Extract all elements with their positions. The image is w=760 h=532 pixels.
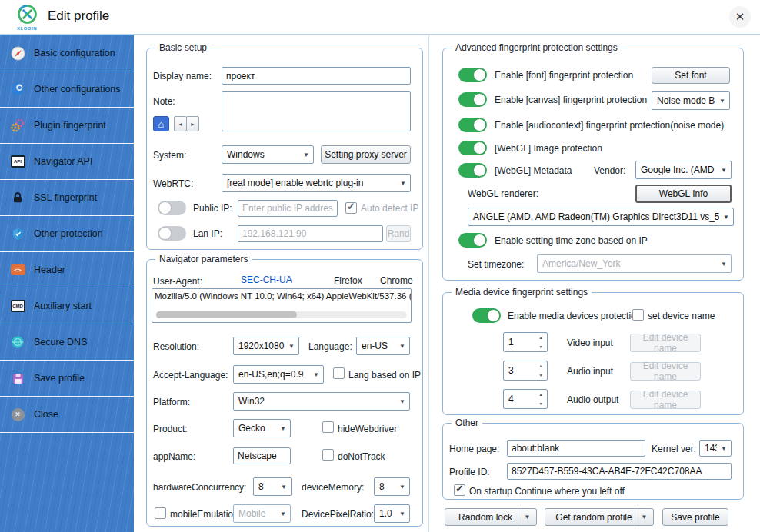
public-ip-input[interactable]	[238, 200, 338, 217]
audio-output-stepper[interactable]: 4 ▲▼	[503, 389, 548, 409]
timezone-by-ip-toggle[interactable]	[458, 233, 487, 248]
webgl-info-button[interactable]: WebGL Info	[635, 185, 732, 203]
panel-divider	[428, 35, 429, 532]
platform-select[interactable]: Win32▼	[233, 392, 410, 411]
webgl-renderer-select[interactable]: ANGLE (AMD, AMD Radeon(TM) Graphics Dire…	[468, 208, 734, 226]
mobile-emulation-checkbox[interactable]	[155, 507, 166, 519]
sidebar-item-auxiliary-start[interactable]: CMD Auxiliary start	[0, 288, 134, 324]
group-title: Other	[452, 417, 482, 428]
canvas-noise-mode-select[interactable]: Noise mode B▼	[652, 91, 730, 110]
home-button[interactable]: ⌂	[153, 116, 169, 131]
platform-label: Platform:	[153, 397, 190, 407]
sidebar-item-header[interactable]: <> Header	[0, 252, 134, 288]
audiocontext-protection-toggle[interactable]	[458, 118, 487, 132]
public-ip-toggle[interactable]	[158, 201, 186, 215]
setting-proxy-server-button[interactable]: Setting proxy server	[321, 145, 411, 164]
arrow-right-button[interactable]: ►	[186, 116, 199, 131]
do-not-track-checkbox[interactable]	[322, 449, 334, 461]
sidebar-item-basic-configuration[interactable]: Basic configuration	[0, 35, 134, 71]
hide-webdriver-checkbox[interactable]	[322, 421, 334, 433]
set-device-name-checkbox[interactable]	[632, 309, 644, 321]
stepper-down-icon[interactable]: ▼	[535, 371, 547, 380]
vendor-select[interactable]: Google Inc. (AMD▼	[635, 161, 732, 179]
kernel-ver-select[interactable]: 143▼	[699, 440, 732, 457]
auto-detect-ip-checkbox[interactable]: ✓	[345, 202, 357, 214]
stepper-up-icon[interactable]: ▲	[535, 390, 547, 399]
header-card-icon: <>	[10, 262, 25, 278]
lang-based-on-ip-checkbox[interactable]	[333, 367, 345, 379]
sidebar-item-other-protection[interactable]: Other protection	[0, 216, 134, 252]
close-window-button[interactable]: ✕	[729, 6, 751, 28]
lan-ip-toggle[interactable]	[158, 226, 186, 241]
language-label: Language:	[308, 341, 352, 352]
chevron-down-icon: ▼	[717, 445, 731, 452]
appname-input[interactable]	[233, 447, 291, 464]
save-profile-button[interactable]: Save profile	[662, 508, 728, 526]
user-agent-scrollbar[interactable]	[156, 311, 407, 318]
browser-icon	[10, 81, 25, 97]
webrtc-select[interactable]: [real mode] enable webrtc plug-in▼	[222, 174, 411, 192]
product-select[interactable]: Gecko▼	[233, 419, 291, 437]
accept-language-select[interactable]: en-US,en;q=0.9▼	[233, 365, 324, 384]
sidebar-item-plugin-fingerprint[interactable]: Plugin fingerprint	[0, 108, 134, 144]
video-input-stepper[interactable]: 1 ▲▼	[503, 332, 548, 352]
rand-button[interactable]: Rand	[386, 225, 411, 242]
sidebar-item-ssl-fingerprint[interactable]: SSL fingerprint	[0, 180, 134, 216]
stepper-up-icon[interactable]: ▲	[535, 333, 547, 342]
note-textarea[interactable]	[222, 91, 411, 131]
webgl-metadata-label: [WebGL] Metadata	[495, 165, 572, 176]
app-logo-icon: XLOGIN	[14, 4, 40, 31]
display-name-input[interactable]	[222, 67, 411, 85]
sidebar-item-other-configurations[interactable]: Other configurations	[0, 71, 134, 108]
mobile-emulation-select[interactable]: Mobile▼	[233, 504, 291, 523]
arrow-left-button[interactable]: ◄	[174, 116, 187, 131]
chevron-down-icon[interactable]: ▼	[518, 509, 536, 525]
on-startup-checkbox[interactable]: ✓	[454, 484, 465, 496]
audio-input-stepper[interactable]: 3 ▲▼	[503, 361, 548, 381]
language-select[interactable]: en-US▼	[356, 337, 410, 355]
system-select[interactable]: Windows▼	[222, 145, 314, 164]
lan-ip-input[interactable]	[238, 225, 383, 242]
stepper-up-icon[interactable]: ▲	[535, 361, 547, 371]
chevron-down-icon: ▼	[309, 371, 323, 378]
resolution-label: Resolution:	[153, 341, 199, 352]
font-protection-toggle[interactable]	[458, 68, 487, 82]
set-font-button[interactable]: Set font	[652, 67, 730, 84]
sidebar-item-navigator-api[interactable]: API Navigator API	[0, 144, 134, 180]
sidebar-item-secure-dns[interactable]: Secure DNS	[0, 324, 134, 361]
user-agent-box[interactable]: Mozilla/5.0 (Windows NT 10.0; Win64; x64…	[152, 288, 412, 323]
home-page-input[interactable]	[507, 440, 645, 457]
profile-id-input[interactable]	[507, 463, 732, 480]
webgl-metadata-toggle[interactable]	[458, 163, 487, 178]
device-pixel-ratio-select[interactable]: 1.0▼	[374, 504, 410, 523]
on-startup-label: On startup Continue where you left off	[469, 486, 625, 497]
sidebar-item-save-profile[interactable]: Save profile	[0, 361, 134, 397]
resolution-select[interactable]: 1920x1080▼	[233, 337, 299, 355]
device-memory-select[interactable]: 8▼	[374, 477, 410, 496]
random-lock-button[interactable]: Random lock ▼	[445, 508, 537, 526]
sidebar-item-close[interactable]: ✕ Close	[0, 397, 134, 433]
get-random-profile-button[interactable]: Get random profile ▼	[545, 508, 654, 526]
chevron-down-icon: ▼	[395, 510, 409, 517]
chrome-link[interactable]: Chrome	[380, 275, 413, 286]
profile-id-label: Profile ID:	[449, 467, 490, 477]
stepper-down-icon[interactable]: ▼	[535, 399, 547, 408]
media-protection-toggle[interactable]	[472, 308, 501, 323]
display-name-label: Display name:	[153, 71, 212, 81]
edit-audio-output-device-button[interactable]: Edit device name	[630, 391, 701, 409]
stepper-down-icon[interactable]: ▼	[535, 342, 547, 351]
edit-video-device-button[interactable]: Edit device name	[630, 334, 701, 352]
scrollbar-thumb[interactable]	[156, 311, 297, 318]
media-devices-group: Media device fingerprint settings Enable…	[442, 292, 744, 415]
kernel-ver-label: Kernel ver:	[652, 444, 696, 454]
hardware-concurrency-select[interactable]: 8▼	[253, 477, 292, 496]
timezone-select[interactable]: America/New_York▼	[537, 254, 732, 273]
firefox-link[interactable]: Firefox	[334, 275, 362, 286]
chevron-down-icon: ▼	[285, 343, 298, 350]
home-page-label: Home page:	[449, 444, 499, 454]
webgl-image-toggle[interactable]	[458, 141, 487, 155]
canvas-protection-toggle[interactable]	[458, 92, 487, 107]
sec-ch-ua-link[interactable]: SEC-CH-UA	[241, 274, 292, 285]
chevron-down-icon[interactable]: ▼	[635, 509, 653, 525]
edit-audio-input-device-button[interactable]: Edit device name	[630, 362, 701, 381]
